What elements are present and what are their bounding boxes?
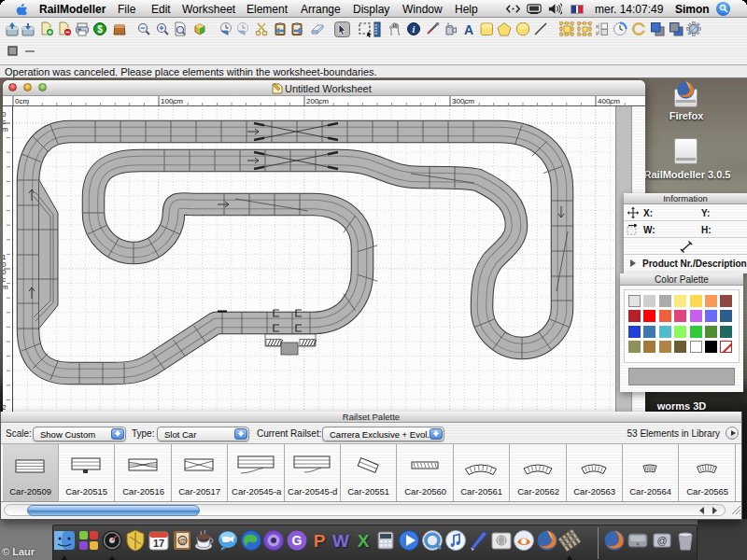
svg-text:@: @	[656, 535, 667, 546]
svg-text:A: A	[463, 21, 472, 36]
svg-text:100cm: 100cm	[161, 97, 183, 105]
svg-text:P: P	[314, 531, 326, 551]
svg-text:300cm: 300cm	[452, 97, 474, 105]
svg-text:i: i	[413, 24, 416, 35]
svg-text:17: 17	[153, 538, 164, 549]
svg-text:200cm: 200cm	[306, 97, 329, 105]
svg-text:400cm: 400cm	[598, 97, 620, 105]
svg-text:y: y	[596, 30, 599, 35]
svg-text:x: x	[596, 23, 599, 29]
svg-text:m: m	[3, 283, 8, 291]
svg-text:@: @	[178, 537, 186, 545]
svg-text:W: W	[332, 531, 349, 551]
svg-text:X: X	[358, 531, 370, 551]
svg-text:2: 2	[3, 403, 7, 412]
svg-text:m: m	[3, 125, 8, 133]
svg-text:G: G	[292, 533, 303, 548]
svg-text:$: $	[97, 23, 103, 34]
